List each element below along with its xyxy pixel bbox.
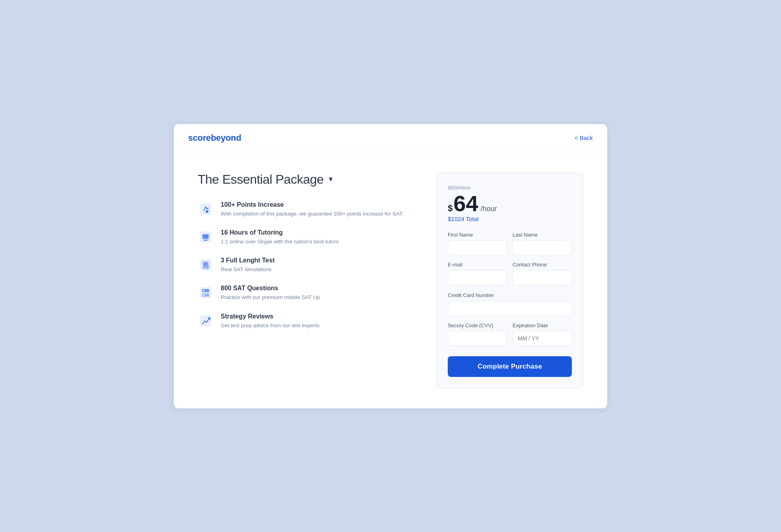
feature-text-tests: 3 Full Lenght Test Real SAT simulations — [221, 257, 275, 274]
feature-item-strategy: Strategy Reviews Get test prep advice fr… — [198, 313, 412, 330]
complete-purchase-button[interactable]: Complete Purchase — [448, 356, 572, 377]
main-card: scorebeyond < Back The Essential Package… — [174, 124, 607, 408]
price-per-hour: /hour — [481, 205, 497, 213]
cvv-input[interactable] — [448, 331, 507, 346]
cvv-group: Secury Code (CVV) — [448, 322, 507, 346]
feature-title-points: 100+ Points Increase — [221, 201, 403, 208]
package-title: The Essential Package — [198, 172, 324, 187]
features-list: 100+ Points Increase With completion of … — [198, 201, 412, 330]
feature-title-strategy: Strategy Reviews — [221, 313, 319, 320]
feature-title-tests: 3 Full Lenght Test — [221, 257, 275, 264]
points-icon — [198, 201, 214, 217]
strategy-icon — [198, 313, 214, 329]
right-panel: $80/Hour $ 64 /hour $1024 Total First Na… — [436, 172, 583, 388]
phone-input[interactable] — [513, 270, 572, 285]
card-security-row: Secury Code (CVV) Expiration Date — [448, 322, 572, 346]
main-content: The Essential Package ▼ 100 — [174, 152, 607, 408]
package-dropdown-icon[interactable]: ▼ — [328, 176, 334, 183]
expiry-input[interactable] — [513, 331, 572, 346]
questions-icon — [198, 285, 214, 301]
expiry-label: Expiration Date — [513, 322, 572, 328]
svg-rect-6 — [204, 240, 208, 241]
expiry-group: Expiration Date — [513, 322, 572, 346]
tests-icon — [198, 257, 214, 273]
first-name-input[interactable] — [448, 240, 507, 255]
feature-desc-tutoring: 1:1 online over Skype with the nation's … — [221, 238, 339, 246]
last-name-label: Last Name — [513, 232, 572, 238]
feature-item-points: 100+ Points Increase With completion of … — [198, 201, 412, 218]
feature-desc-points: With completion of this package, we guar… — [221, 210, 403, 218]
last-name-input[interactable] — [513, 240, 572, 255]
cc-group: Credit Card Number — [448, 291, 572, 316]
feature-item-questions: 800 SAT Questions Practice with our prem… — [198, 285, 412, 301]
tutoring-icon — [198, 229, 214, 245]
feature-title-tutoring: 16 Hours of Tutoring — [221, 229, 339, 236]
svg-rect-10 — [204, 264, 208, 265]
feature-item-tests: 3 Full Lenght Test Real SAT simulations — [198, 257, 412, 274]
cc-label: Credit Card Number — [448, 292, 494, 298]
package-title-row: The Essential Package ▼ — [198, 172, 412, 187]
feature-desc-strategy: Get test prep advice from our test exper… — [221, 322, 319, 330]
svg-rect-15 — [203, 290, 205, 291]
email-group: E-mail — [448, 262, 507, 285]
cvv-label: Secury Code (CVV) — [448, 322, 507, 328]
svg-rect-17 — [200, 315, 211, 326]
price-number: 64 — [453, 192, 478, 215]
price-old: $80/Hour — [448, 184, 572, 191]
cc-input[interactable] — [448, 301, 572, 316]
price-dollar-sign: $ — [448, 203, 453, 214]
svg-rect-0 — [200, 204, 211, 215]
feature-text-questions: 800 SAT Questions Practice with our prem… — [221, 285, 320, 301]
svg-rect-11 — [204, 266, 206, 267]
back-button[interactable]: < Back — [575, 134, 593, 141]
feature-text-strategy: Strategy Reviews Get test prep advice fr… — [221, 313, 319, 330]
feature-desc-questions: Practice with our premium mobile SAT Up — [221, 293, 320, 301]
left-panel: The Essential Package ▼ 100 — [198, 172, 412, 330]
feature-desc-tests: Real SAT simulations — [221, 266, 275, 274]
logo: scorebeyond — [188, 133, 241, 143]
svg-rect-16 — [203, 294, 205, 296]
first-name-group: First Name — [448, 232, 507, 255]
feature-title-questions: 800 SAT Questions — [221, 285, 320, 292]
email-label: E-mail — [448, 262, 507, 268]
svg-rect-5 — [203, 235, 208, 239]
email-input[interactable] — [448, 270, 507, 285]
svg-rect-9 — [204, 263, 208, 264]
name-row: First Name Last Name — [448, 232, 572, 255]
phone-label: Contact Phone — [513, 262, 572, 268]
feature-text-tutoring: 16 Hours of Tutoring 1:1 online over Sky… — [221, 229, 339, 246]
contact-row: E-mail Contact Phone — [448, 262, 572, 285]
header: scorebeyond < Back — [174, 124, 607, 152]
first-name-label: First Name — [448, 232, 507, 238]
phone-group: Contact Phone — [513, 262, 572, 285]
last-name-group: Last Name — [513, 232, 572, 255]
price-total: $1024 Total — [448, 216, 572, 222]
feature-text-points: 100+ Points Increase With completion of … — [221, 201, 403, 218]
price-row: $ 64 /hour — [448, 192, 572, 215]
feature-item-tutoring: 16 Hours of Tutoring 1:1 online over Sky… — [198, 229, 412, 246]
